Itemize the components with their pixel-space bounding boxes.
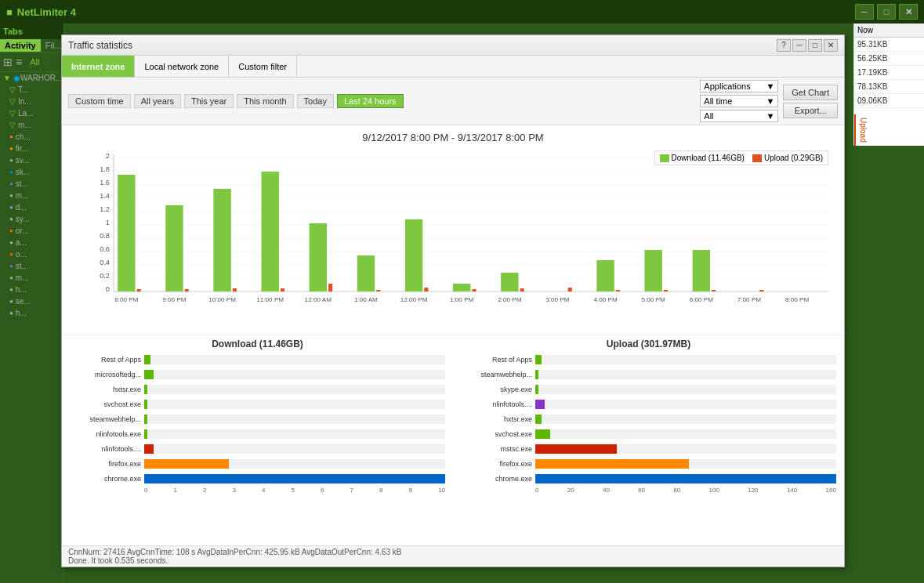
bar-download-1 [165, 205, 183, 292]
bar-label: nlinfotools.... [461, 400, 535, 408]
traffic-statistics-window: Traffic statistics ? ─ □ ✕ Internet zone… [61, 34, 845, 567]
list-item[interactable]: ● d... [0, 201, 63, 213]
bar-download-0 [118, 175, 135, 292]
bar-fill [535, 400, 545, 409]
all-select[interactable]: All ▼ [700, 110, 778, 122]
list-item[interactable]: ● o... [0, 248, 63, 260]
app-icon-small: ● [9, 251, 13, 258]
tree-item-label: ch... [16, 132, 31, 141]
list-icon[interactable]: ≡ [16, 56, 22, 68]
internet-zone-tab[interactable]: Internet zone [62, 56, 135, 77]
bar-track [535, 400, 836, 409]
tree-item-label: sv... [16, 156, 30, 165]
list-item[interactable]: ● se... [0, 295, 63, 307]
last-24-hours-button[interactable]: Last 24 hours [337, 94, 404, 108]
today-button[interactable]: Today [297, 94, 334, 108]
svg-text:1.4: 1.4 [100, 192, 110, 200]
all-dropdown-icon: ▼ [766, 111, 774, 121]
list-item[interactable]: ● st... [0, 178, 63, 190]
bar-fill [144, 370, 154, 379]
list-item[interactable]: ▽ In... [0, 96, 63, 107]
list-item[interactable]: ● h... [0, 307, 63, 319]
bar-label: nlinfotools.exe [70, 430, 144, 438]
axis-label: 60 [638, 487, 645, 494]
list-item[interactable]: ● a... [0, 237, 63, 248]
sidebar: Tabs Activity Fil... ⊞ ≡ All ▼ ◉ WARHOR.… [0, 24, 64, 583]
bar-label: microsoftedg... [70, 371, 144, 378]
list-item: Rest of Apps [461, 353, 836, 367]
bar-label: firefox.exe [70, 460, 144, 468]
list-item: nlinfotools.exe [70, 427, 445, 441]
bar-upload-0 [137, 289, 141, 292]
bar-upload-2 [233, 288, 237, 292]
applications-select[interactable]: Applications ▼ [700, 80, 778, 92]
bar-track [144, 474, 445, 483]
bar-upload-11 [664, 290, 668, 292]
minimize-button[interactable]: ─ [855, 4, 874, 20]
list-item[interactable]: ● ch... [0, 131, 63, 143]
list-item: svchost.exe [461, 427, 836, 441]
list-item[interactable]: ● sv... [0, 154, 63, 166]
list-item[interactable]: ● m... [0, 272, 63, 284]
list-item[interactable]: ● fir... [0, 143, 63, 154]
alltime-select[interactable]: All time ▼ [700, 95, 778, 107]
bar-track [535, 459, 836, 469]
upload-legend-label: Upload (0.29GB) [764, 154, 823, 162]
tabs-label: Tabs [3, 27, 60, 36]
this-year-button[interactable]: This year [184, 94, 234, 108]
bar-fill [535, 444, 617, 454]
this-month-button[interactable]: This month [237, 94, 293, 108]
bar-label: Rest of Apps [461, 356, 535, 364]
list-item[interactable]: ▽ T... [0, 84, 63, 96]
bar-label: Rest of Apps [70, 356, 144, 364]
grid-icon[interactable]: ⊞ [3, 56, 13, 68]
traffic-minimize-button[interactable]: ─ [792, 39, 806, 52]
tree-item-label: h... [16, 285, 27, 294]
right-column: Now 95.31KB 56.25KB 17.19KB 78.13KB 09.0… [853, 24, 924, 146]
export-button[interactable]: Export... [783, 103, 838, 118]
bottom-charts: Download (11.46GB) Rest of Apps microsof… [62, 335, 844, 545]
list-item[interactable]: ● sk... [0, 166, 63, 178]
list-item[interactable]: ● st... [0, 260, 63, 272]
close-button[interactable]: ✕ [899, 4, 918, 20]
custom-time-button[interactable]: Custom time [68, 94, 131, 108]
app-icon-small: ● [9, 239, 13, 246]
download-chart-title: Download (11.46GB) [70, 339, 445, 349]
tree-item-label: st... [16, 262, 28, 270]
traffic-close-button[interactable]: ✕ [824, 39, 838, 52]
bar-label: firefox.exe [461, 460, 535, 468]
custom-filter-tab[interactable]: Custom filter [229, 56, 297, 77]
list-item: hxtsr.exe [70, 382, 445, 397]
bar-track [535, 429, 836, 439]
svg-text:2:00 PM: 2:00 PM [498, 296, 522, 303]
axis-label: 160 [826, 487, 836, 494]
activity-tab[interactable]: Activity [0, 39, 41, 52]
bar-download-2 [213, 189, 230, 292]
bar-track [144, 415, 445, 424]
tree-item-label: h... [16, 309, 27, 317]
list-item: firefox.exe [461, 457, 836, 471]
skype-icon: ● [9, 168, 13, 176]
maximize-button[interactable]: □ [877, 4, 896, 20]
bar-track [144, 370, 445, 379]
download-legend-color [660, 154, 669, 162]
list-item[interactable]: ● h... [0, 284, 63, 295]
list-item: firefox.exe [70, 457, 445, 471]
svg-text:2: 2 [106, 152, 110, 160]
tree-item-host[interactable]: ▼ ◉ WARHOR... [0, 72, 63, 84]
all-button[interactable]: All [25, 56, 44, 68]
list-item[interactable]: ● m... [0, 190, 63, 201]
list-item[interactable]: ▽ m... [0, 119, 63, 131]
get-chart-button[interactable]: Get Chart [783, 85, 838, 100]
list-item[interactable]: ▽ La... [0, 107, 63, 119]
list-item[interactable]: ● or... [0, 225, 63, 237]
all-years-button[interactable]: All years [134, 94, 181, 108]
bar-fill [535, 459, 689, 469]
bar-fill [144, 444, 154, 454]
list-item[interactable]: ● sy... [0, 213, 63, 225]
bar-label: svchost.exe [70, 400, 144, 408]
traffic-help-button[interactable]: ? [777, 39, 791, 52]
local-network-zone-tab[interactable]: Local network zone [135, 56, 229, 77]
bar-download-10 [596, 260, 614, 292]
traffic-restore-button[interactable]: □ [808, 39, 822, 52]
